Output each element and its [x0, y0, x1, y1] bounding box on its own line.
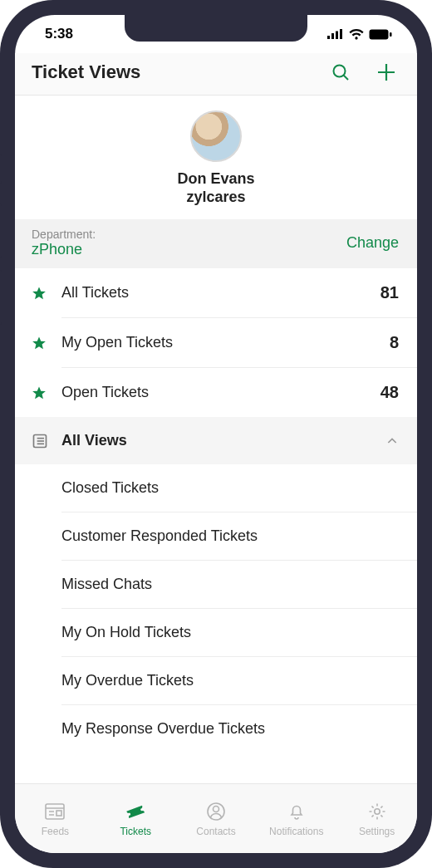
status-icons — [327, 29, 392, 40]
phone-frame: 5:38 Ticket Views — [0, 0, 432, 868]
tab-feeds[interactable]: Feeds — [15, 784, 96, 853]
plus-icon — [376, 61, 397, 83]
svg-point-6 — [334, 66, 346, 77]
phone-side-button — [0, 204, 2, 258]
tab-notifications[interactable]: Notifications — [256, 784, 336, 853]
view-row-all-tickets[interactable]: All Tickets 81 — [15, 268, 417, 317]
tab-bar: Feeds Tickets Contacts Notifications — [15, 783, 417, 853]
battery-icon — [369, 29, 392, 40]
tab-label: Contacts — [196, 826, 235, 837]
view-row[interactable]: Customer Responded Tickets — [15, 512, 417, 560]
department-left: Department: zPhone — [32, 228, 96, 258]
app-header: Ticket Views — [15, 53, 417, 96]
svg-point-27 — [374, 808, 379, 813]
search-button[interactable] — [331, 62, 351, 82]
view-count: 8 — [390, 333, 399, 352]
view-row[interactable]: My Overdue Tickets — [15, 657, 417, 704]
star-icon — [32, 336, 61, 351]
svg-rect-2 — [336, 32, 338, 40]
avatar[interactable] — [190, 110, 242, 162]
add-button[interactable] — [376, 61, 397, 83]
svg-marker-11 — [32, 336, 46, 349]
phone-side-button — [0, 154, 2, 184]
views-list[interactable]: All Tickets 81 My Open Tickets 8 Open Ti… — [15, 268, 417, 783]
svg-rect-24 — [56, 811, 61, 816]
page-title: Ticket Views — [32, 61, 331, 83]
svg-marker-10 — [32, 287, 46, 299]
screen: 5:38 Ticket Views — [15, 15, 417, 853]
svg-marker-12 — [32, 386, 46, 399]
view-label: My Overdue Tickets — [61, 672, 399, 689]
view-row[interactable]: My Response Overdue Tickets — [15, 705, 417, 753]
search-icon — [331, 62, 351, 82]
profile-block: Don Evans zylcares — [15, 96, 417, 219]
phone-side-button — [0, 270, 2, 325]
view-row[interactable]: My On Hold Tickets — [15, 609, 417, 656]
view-label: My Response Overdue Tickets — [61, 720, 399, 738]
all-views-header[interactable]: All Views — [15, 417, 417, 464]
bell-icon — [287, 801, 307, 822]
tab-label: Feeds — [42, 826, 69, 837]
view-row-open-tickets[interactable]: Open Tickets 48 — [15, 368, 417, 417]
view-count: 81 — [380, 283, 399, 302]
svg-rect-4 — [370, 29, 389, 39]
view-row-my-open-tickets[interactable]: My Open Tickets 8 — [15, 318, 417, 367]
gear-icon — [367, 801, 387, 822]
view-label: Open Tickets — [61, 384, 380, 401]
department-label: Department: — [32, 228, 96, 241]
contacts-icon — [206, 801, 226, 822]
svg-rect-5 — [390, 32, 392, 37]
wifi-icon — [349, 29, 364, 40]
all-views-label: All Views — [61, 432, 385, 449]
list-icon — [32, 433, 61, 449]
profile-org: zylcares — [15, 189, 417, 206]
change-department-button[interactable]: Change — [346, 234, 399, 252]
profile-name: Don Evans — [15, 169, 417, 189]
svg-rect-1 — [331, 33, 334, 39]
tab-tickets[interactable]: Tickets — [96, 784, 176, 853]
tab-label: Tickets — [120, 826, 151, 837]
feeds-icon — [44, 801, 66, 822]
svg-rect-3 — [340, 29, 342, 39]
star-icon — [32, 385, 61, 400]
view-label: Missed Chats — [61, 576, 399, 593]
view-label: Closed Tickets — [61, 479, 399, 497]
star-icon — [32, 286, 61, 301]
view-label: My On Hold Tickets — [61, 624, 399, 641]
tickets-icon — [124, 801, 147, 822]
department-value: zPhone — [32, 241, 96, 258]
cellular-icon — [327, 29, 344, 39]
tab-settings[interactable]: Settings — [336, 784, 417, 853]
tab-contacts[interactable]: Contacts — [176, 784, 257, 853]
tab-label: Notifications — [269, 826, 323, 837]
view-label: My Open Tickets — [61, 334, 390, 351]
svg-line-7 — [344, 76, 349, 81]
tab-label: Settings — [359, 826, 395, 837]
view-label: All Tickets — [61, 284, 380, 302]
svg-rect-0 — [327, 36, 330, 39]
chevron-up-icon — [385, 434, 399, 448]
view-row[interactable]: Missed Chats — [15, 561, 417, 608]
header-actions — [331, 61, 397, 83]
view-label: Customer Responded Tickets — [61, 527, 399, 545]
department-row: Department: zPhone Change — [15, 219, 417, 268]
notch — [125, 15, 307, 42]
view-row[interactable]: Closed Tickets — [15, 464, 417, 512]
status-time: 5:38 — [45, 26, 73, 42]
view-count: 48 — [380, 383, 399, 402]
svg-point-26 — [213, 806, 218, 812]
